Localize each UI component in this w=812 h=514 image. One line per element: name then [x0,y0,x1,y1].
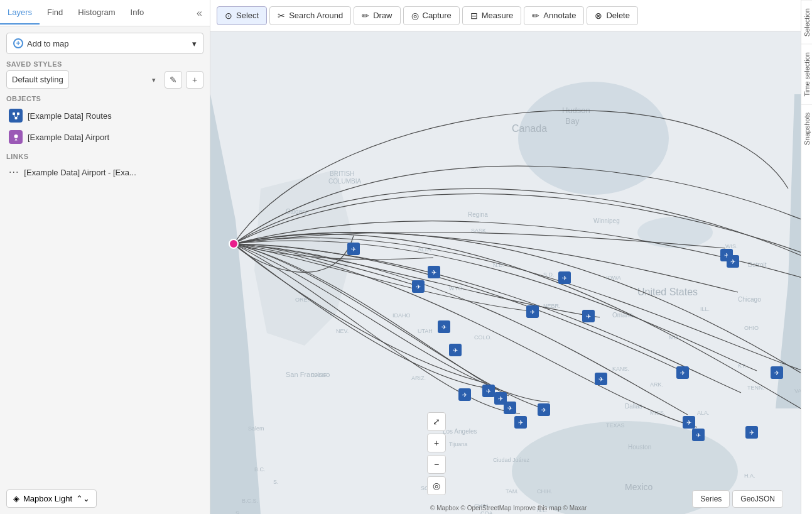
svg-text:S.: S. [273,479,279,485]
measure-button[interactable]: ⊟ Measure [462,6,522,25]
airport-layer-icon [9,130,23,144]
annotate-button[interactable]: ✏ Annotate [524,6,584,25]
saved-styles-label: Saved styles [6,60,203,68]
svg-text:✈: ✈ [431,269,436,276]
svg-text:Dallas: Dallas [625,403,642,410]
svg-text:Tijuana: Tijuana [449,441,467,447]
dropdown-arrow-icon: ▾ [192,39,197,48]
right-tab-snapshots[interactable]: Snapshots [801,104,812,153]
fit-map-button[interactable]: ⤢ [427,412,446,431]
capture-button[interactable]: ◎ Capture [403,6,460,25]
select-icon: ⊙ [225,11,232,21]
svg-text:✈: ✈ [530,309,535,315]
svg-text:✈: ✈ [498,395,503,402]
tab-find[interactable]: Find [40,1,70,25]
svg-point-7 [518,82,669,195]
svg-text:CALIF.: CALIF. [311,372,328,378]
tab-histogram[interactable]: Histogram [70,1,122,25]
toolbar: ⊙ Select ✂ Search Around ✏ Draw ◎ Captur… [210,0,812,31]
svg-rect-1 [17,112,19,115]
delete-icon: ⊗ [595,11,602,21]
svg-text:CHIH.: CHIH. [537,488,553,495]
add-style-button[interactable]: + [186,71,203,89]
add-to-map-button[interactable]: + Add to map ▾ [6,33,203,54]
svg-text:KANS.: KANS. [612,366,629,372]
tab-info[interactable]: Info [123,1,152,25]
saved-styles-select[interactable]: Default styling [6,70,69,89]
map-background: Canada Hudson Bay United States Mexico S… [210,31,801,514]
svg-text:Mexico: Mexico [625,482,653,492]
svg-text:✈: ✈ [507,405,512,412]
layer-item-airport[interactable]: [Example Data] Airport [6,126,203,148]
svg-text:Salem: Salem [248,425,264,432]
svg-text:Houston: Houston [628,444,651,451]
search-around-icon: ✂ [278,11,285,21]
measure-icon: ⊟ [470,11,478,21]
svg-text:✈: ✈ [416,283,421,290]
delete-button[interactable]: ⊗ Delete [587,6,638,25]
objects-section-label: OBJECTS [6,95,203,102]
series-button[interactable]: Series [692,490,730,508]
tab-layers[interactable]: Layers [0,1,40,25]
edit-style-button[interactable]: ✎ [165,71,182,89]
link-item-airport[interactable]: ··· [Example Data] Airport - [Exa... [6,163,203,182]
routes-layer-icon [9,109,23,123]
sidebar-collapse-btn[interactable]: « [189,3,210,24]
svg-text:WIS.: WIS. [725,243,738,249]
annotate-label: Annotate [543,11,576,20]
annotate-icon: ✏ [532,11,539,21]
plus-circle-icon: + [13,38,23,48]
svg-text:COLUMBIA: COLUMBIA [328,178,362,185]
svg-text:✈: ✈ [462,391,467,398]
select-button[interactable]: ⊙ Select [217,6,267,25]
draw-icon: ✏ [362,11,369,21]
geojson-button[interactable]: GeoJSON [732,490,783,508]
draw-button[interactable]: ✏ Draw [354,6,400,25]
draw-label: Draw [373,11,392,20]
svg-text:✈: ✈ [696,432,701,439]
svg-text:Ciudad Juárez: Ciudad Juárez [493,457,530,463]
svg-text:OHIO: OHIO [744,325,759,331]
zoom-out-button[interactable]: − [427,455,446,474]
map-attribution: © Mapbox © OpenStreetMap Improve this ma… [430,505,587,511]
link-dots-icon: ··· [9,167,19,178]
add-to-map-label: Add to map [27,39,69,48]
search-around-label: Search Around [289,11,343,20]
svg-text:ILL.: ILL. [700,306,710,312]
svg-text:✈: ✈ [518,419,523,426]
svg-rect-0 [13,112,15,115]
routes-layer-label: [Example Data] Routes [28,111,112,121]
saved-styles-select-wrapper: Default styling [6,70,161,89]
svg-text:S.: S. [235,510,241,514]
svg-text:ARK.: ARK. [650,381,663,388]
sidebar-tabs: Layers Find Histogram Info « [0,0,210,26]
svg-text:Regina: Regina [468,211,488,218]
map-style-selector[interactable]: ◈ Mapbox Light ⌃⌄ [6,489,97,508]
map-style-icon: ◈ [13,494,19,503]
svg-text:✈: ✈ [441,324,447,331]
right-tab-time-selection[interactable]: Time selection [801,44,812,104]
capture-icon: ◎ [411,11,419,21]
svg-text:✈: ✈ [562,275,567,282]
svg-text:✈: ✈ [586,313,591,320]
search-around-button[interactable]: ✂ Search Around [269,6,351,25]
svg-text:ALA.: ALA. [697,410,710,416]
link-item-label: [Example Data] Airport - [Exa... [24,168,136,177]
svg-text:VA.: VA. [794,388,801,394]
sidebar: Layers Find Histogram Info « + Add to ma… [0,0,210,514]
svg-text:United States: United States [637,287,698,297]
airport-layer-label: [Example Data] Airport [28,133,109,142]
map-style-arrow-icon: ⌃⌄ [76,494,90,503]
zoom-in-button[interactable]: + [427,434,446,452]
right-panel: Selection Time selection Snapshots [801,0,812,514]
svg-text:✈: ✈ [730,258,735,265]
sidebar-content: + Add to map ▾ Saved styles Default styl… [0,26,210,514]
right-tab-selection[interactable]: Selection [801,0,812,44]
layer-item-routes[interactable]: [Example Data] Routes [6,105,203,126]
svg-text:✈: ✈ [749,429,754,436]
svg-point-5 [14,134,18,138]
locate-button[interactable]: ◎ [427,476,446,495]
svg-text:✈: ✈ [541,407,546,413]
svg-text:TAM.: TAM. [506,488,519,495]
svg-text:B.C.S.: B.C.S. [242,498,258,504]
